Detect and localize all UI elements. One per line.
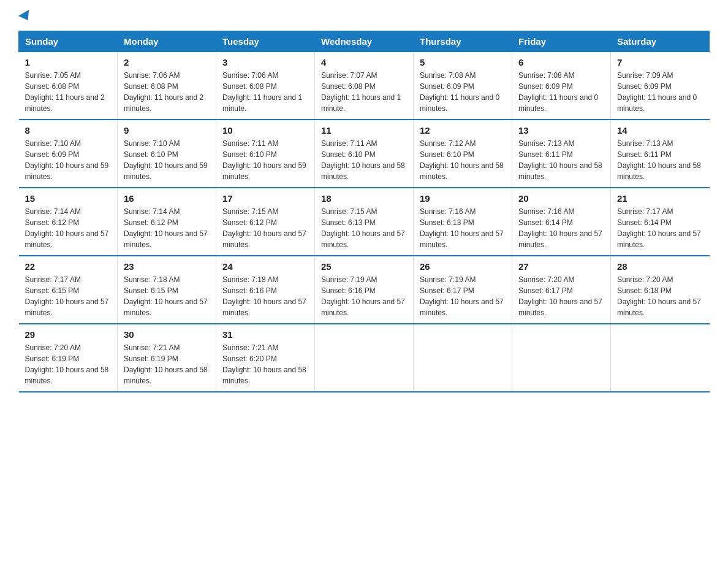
day-number: 5 (420, 57, 506, 67)
day-number: 1 (25, 57, 112, 67)
logo-blue-text (18, 12, 32, 21)
day-cell-18: 18Sunrise: 7:15 AMSunset: 6:13 PMDayligh… (315, 188, 414, 256)
day-info: Sunrise: 7:21 AMSunset: 6:20 PMDaylight:… (222, 342, 308, 386)
day-info: Sunrise: 7:15 AMSunset: 6:13 PMDaylight:… (321, 206, 407, 250)
week-row-3: 15Sunrise: 7:14 AMSunset: 6:12 PMDayligh… (19, 188, 710, 256)
day-info: Sunrise: 7:13 AMSunset: 6:11 PMDaylight:… (518, 138, 604, 182)
day-number: 15 (25, 193, 112, 204)
day-cell-5: 5Sunrise: 7:08 AMSunset: 6:09 PMDaylight… (414, 52, 512, 120)
day-number: 7 (617, 57, 703, 67)
day-info: Sunrise: 7:15 AMSunset: 6:12 PMDaylight:… (222, 206, 308, 250)
day-cell-9: 9Sunrise: 7:10 AMSunset: 6:10 PMDaylight… (118, 120, 216, 188)
day-number: 26 (420, 261, 506, 272)
day-info: Sunrise: 7:21 AMSunset: 6:19 PMDaylight:… (124, 342, 210, 386)
day-info: Sunrise: 7:07 AMSunset: 6:08 PMDaylight:… (321, 70, 407, 114)
day-info: Sunrise: 7:20 AMSunset: 6:18 PMDaylight:… (617, 274, 703, 318)
day-number: 19 (420, 193, 506, 204)
day-info: Sunrise: 7:19 AMSunset: 6:16 PMDaylight:… (321, 274, 407, 318)
header-friday: Friday (512, 31, 611, 52)
day-cell-1: 1Sunrise: 7:05 AMSunset: 6:08 PMDaylight… (19, 52, 118, 120)
day-number: 31 (222, 329, 308, 340)
day-cell-8: 8Sunrise: 7:10 AMSunset: 6:09 PMDaylight… (19, 120, 118, 188)
day-number: 14 (617, 125, 703, 136)
day-info: Sunrise: 7:10 AMSunset: 6:10 PMDaylight:… (124, 138, 210, 182)
day-number: 30 (124, 329, 210, 340)
day-cell-12: 12Sunrise: 7:12 AMSunset: 6:10 PMDayligh… (414, 120, 512, 188)
calendar-table: SundayMondayTuesdayWednesdayThursdayFrid… (18, 31, 710, 393)
day-cell-22: 22Sunrise: 7:17 AMSunset: 6:15 PMDayligh… (19, 256, 118, 324)
day-number: 18 (321, 193, 407, 204)
day-cell-20: 20Sunrise: 7:16 AMSunset: 6:14 PMDayligh… (512, 188, 611, 256)
week-row-5: 29Sunrise: 7:20 AMSunset: 6:19 PMDayligh… (19, 324, 710, 392)
day-cell-31: 31Sunrise: 7:21 AMSunset: 6:20 PMDayligh… (216, 324, 315, 392)
day-info: Sunrise: 7:14 AMSunset: 6:12 PMDaylight:… (25, 206, 112, 250)
day-info: Sunrise: 7:18 AMSunset: 6:15 PMDaylight:… (124, 274, 210, 318)
day-number: 25 (321, 261, 407, 272)
day-cell-16: 16Sunrise: 7:14 AMSunset: 6:12 PMDayligh… (118, 188, 216, 256)
day-info: Sunrise: 7:10 AMSunset: 6:09 PMDaylight:… (25, 138, 112, 182)
day-number: 3 (222, 57, 308, 67)
day-number: 8 (25, 125, 112, 136)
day-cell-11: 11Sunrise: 7:11 AMSunset: 6:10 PMDayligh… (315, 120, 414, 188)
empty-cell (315, 324, 414, 392)
day-cell-19: 19Sunrise: 7:16 AMSunset: 6:13 PMDayligh… (414, 188, 512, 256)
day-number: 10 (222, 125, 308, 136)
day-info: Sunrise: 7:20 AMSunset: 6:19 PMDaylight:… (25, 342, 112, 386)
day-number: 2 (124, 57, 210, 67)
day-info: Sunrise: 7:08 AMSunset: 6:09 PMDaylight:… (420, 70, 506, 114)
day-cell-24: 24Sunrise: 7:18 AMSunset: 6:16 PMDayligh… (216, 256, 315, 324)
empty-cell (512, 324, 611, 392)
day-cell-10: 10Sunrise: 7:11 AMSunset: 6:10 PMDayligh… (216, 120, 315, 188)
day-cell-2: 2Sunrise: 7:06 AMSunset: 6:08 PMDaylight… (118, 52, 216, 120)
day-number: 28 (617, 261, 703, 272)
day-cell-14: 14Sunrise: 7:13 AMSunset: 6:11 PMDayligh… (611, 120, 710, 188)
day-cell-26: 26Sunrise: 7:19 AMSunset: 6:17 PMDayligh… (414, 256, 512, 324)
header-tuesday: Tuesday (216, 31, 315, 52)
logo (18, 12, 32, 21)
page-header (18, 12, 710, 21)
day-number: 27 (518, 261, 604, 272)
header-wednesday: Wednesday (315, 31, 414, 52)
day-info: Sunrise: 7:16 AMSunset: 6:13 PMDaylight:… (420, 206, 506, 250)
header-monday: Monday (118, 31, 216, 52)
empty-cell (414, 324, 512, 392)
week-row-1: 1Sunrise: 7:05 AMSunset: 6:08 PMDaylight… (19, 52, 710, 120)
day-number: 23 (124, 261, 210, 272)
day-number: 9 (124, 125, 210, 136)
day-info: Sunrise: 7:11 AMSunset: 6:10 PMDaylight:… (222, 138, 308, 182)
day-cell-3: 3Sunrise: 7:06 AMSunset: 6:08 PMDaylight… (216, 52, 315, 120)
logo-triangle-icon (18, 10, 33, 23)
day-cell-17: 17Sunrise: 7:15 AMSunset: 6:12 PMDayligh… (216, 188, 315, 256)
day-info: Sunrise: 7:19 AMSunset: 6:17 PMDaylight:… (420, 274, 506, 318)
day-cell-23: 23Sunrise: 7:18 AMSunset: 6:15 PMDayligh… (118, 256, 216, 324)
day-info: Sunrise: 7:11 AMSunset: 6:10 PMDaylight:… (321, 138, 407, 182)
day-number: 4 (321, 57, 407, 67)
day-number: 11 (321, 125, 407, 136)
day-cell-7: 7Sunrise: 7:09 AMSunset: 6:09 PMDaylight… (611, 52, 710, 120)
day-info: Sunrise: 7:17 AMSunset: 6:14 PMDaylight:… (617, 206, 703, 250)
header-saturday: Saturday (611, 31, 710, 52)
day-cell-4: 4Sunrise: 7:07 AMSunset: 6:08 PMDaylight… (315, 52, 414, 120)
day-number: 17 (222, 193, 308, 204)
day-number: 29 (25, 329, 112, 340)
day-number: 6 (518, 57, 604, 67)
day-number: 24 (222, 261, 308, 272)
week-row-2: 8Sunrise: 7:10 AMSunset: 6:09 PMDaylight… (19, 120, 710, 188)
day-number: 12 (420, 125, 506, 136)
day-info: Sunrise: 7:18 AMSunset: 6:16 PMDaylight:… (222, 274, 308, 318)
header-thursday: Thursday (414, 31, 512, 52)
day-number: 21 (617, 193, 703, 204)
day-number: 13 (518, 125, 604, 136)
day-number: 16 (124, 193, 210, 204)
header-sunday: Sunday (19, 31, 118, 52)
day-info: Sunrise: 7:16 AMSunset: 6:14 PMDaylight:… (518, 206, 604, 250)
day-cell-29: 29Sunrise: 7:20 AMSunset: 6:19 PMDayligh… (19, 324, 118, 392)
empty-cell (611, 324, 710, 392)
day-cell-27: 27Sunrise: 7:20 AMSunset: 6:17 PMDayligh… (512, 256, 611, 324)
day-cell-15: 15Sunrise: 7:14 AMSunset: 6:12 PMDayligh… (19, 188, 118, 256)
day-cell-21: 21Sunrise: 7:17 AMSunset: 6:14 PMDayligh… (611, 188, 710, 256)
day-info: Sunrise: 7:06 AMSunset: 6:08 PMDaylight:… (124, 70, 210, 114)
week-row-4: 22Sunrise: 7:17 AMSunset: 6:15 PMDayligh… (19, 256, 710, 324)
day-info: Sunrise: 7:13 AMSunset: 6:11 PMDaylight:… (617, 138, 703, 182)
day-info: Sunrise: 7:12 AMSunset: 6:10 PMDaylight:… (420, 138, 506, 182)
